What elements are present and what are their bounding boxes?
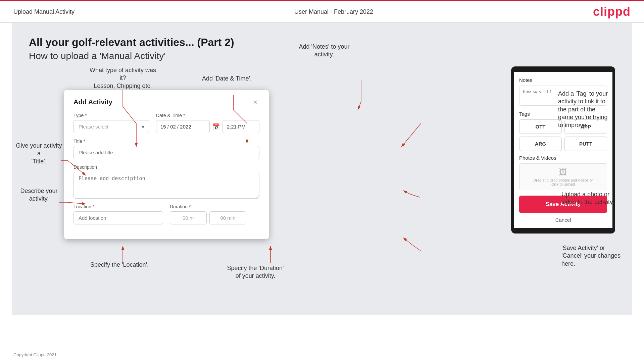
duration-label: Duration * [170, 204, 259, 209]
location-label: Location * [73, 204, 163, 209]
location-input[interactable] [73, 211, 163, 224]
annotation-type: What type of activity was it? Lesson, Ch… [89, 66, 156, 90]
photos-label: Photos & Videos [519, 155, 607, 161]
duration-min-input[interactable] [209, 211, 246, 224]
calendar-icon[interactable]: 📅 [212, 123, 220, 131]
upload-text: Drag and Drop photos and videos or click… [533, 178, 593, 186]
manual-label: User Manual - February 2022 [294, 8, 373, 15]
annotation-save: 'Save Activity' or 'Cancel' your changes… [561, 244, 635, 268]
tag-putt[interactable]: PUTT [564, 137, 607, 151]
dialog-title: Add Activity [73, 98, 112, 106]
page-label: Upload Manual Activity [13, 8, 75, 15]
annotation-tag: Add a 'Tag' to your activity to link it … [558, 90, 632, 129]
annotation-description: Describe your activity. [15, 187, 62, 203]
annotation-title: Give your activity a 'Title'. [15, 142, 62, 165]
logo: clippd [593, 5, 631, 19]
annotation-notes: Add 'Notes' to your activity. [291, 43, 358, 59]
copyright: Copyright Clippd 2021 [13, 352, 57, 357]
add-activity-dialog: Add Activity × Type * Please select ▼ Da… [64, 90, 269, 239]
duration-hr-input[interactable] [170, 211, 207, 224]
type-select[interactable]: Please select [73, 120, 149, 133]
description-label: Description [73, 164, 259, 170]
title-field-label: Title * [73, 139, 259, 144]
date-time-label: Date & Time * [156, 113, 259, 118]
tag-arg[interactable]: ARG [519, 137, 562, 151]
title-input[interactable] [73, 146, 259, 159]
upload-area[interactable]: 🖼 Drag and Drop photos and videos or cli… [519, 163, 607, 190]
notes-label: Notes [519, 77, 607, 83]
annotation-duration: Specify the 'Duration' of your activity. [217, 264, 294, 280]
description-input[interactable] [73, 172, 259, 199]
main-content: All your golf-relevant activities... (Pa… [12, 23, 632, 315]
cancel-link[interactable]: Cancel [519, 217, 607, 223]
annotation-upload: Upload a photo or video to the activity. [561, 191, 635, 206]
tag-ott[interactable]: OTT [519, 119, 562, 134]
close-button[interactable]: × [251, 98, 259, 106]
upload-icon: 🖼 [559, 167, 567, 177]
date-input[interactable] [156, 120, 210, 133]
type-label: Type * [73, 113, 149, 118]
annotation-location: Specify the 'Location'. [86, 261, 153, 269]
time-input[interactable] [222, 120, 259, 133]
annotation-datetime: Add 'Date & Time'. [193, 75, 260, 83]
